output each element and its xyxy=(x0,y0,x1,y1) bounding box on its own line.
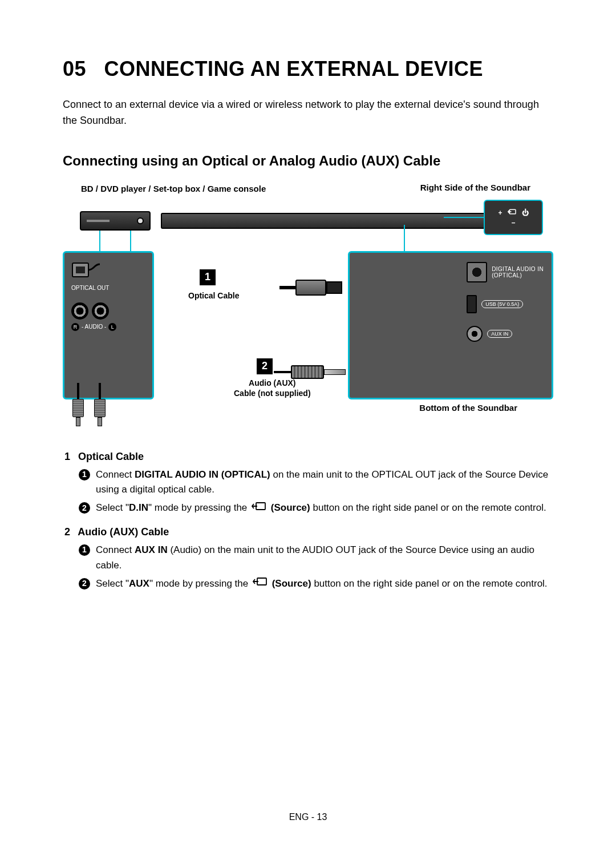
soundbar-icon xyxy=(161,213,536,229)
volume-plus-icon: + xyxy=(498,209,502,217)
usb-label: USB (5V 0.5A) xyxy=(481,300,523,308)
aux-plugs-icon xyxy=(72,383,106,426)
step-text: Connect AUX IN (Audio) on the main unit … xyxy=(96,543,553,573)
right-side-label: Right Side of the Soundbar xyxy=(420,183,530,192)
instruction-heading: 1 Optical Cable xyxy=(63,451,553,463)
instruction-block-2: 2 Audio (AUX) Cable 1 Connect AUX IN (Au… xyxy=(63,526,553,591)
chapter-heading: CONNECTING AN EXTERNAL DEVICE xyxy=(104,57,484,80)
svg-rect-4 xyxy=(257,578,266,585)
step-text: Select "D.IN" mode by pressing the (Sour… xyxy=(96,500,546,516)
audio-ports xyxy=(71,302,145,320)
digital-audio-in-label: DIGITAL AUDIO IN xyxy=(492,266,544,272)
audio-port-icon xyxy=(71,302,88,320)
source-button-icon xyxy=(253,576,268,591)
step-bullet-icon: 1 xyxy=(79,544,90,556)
intro-paragraph: Connect to an external device via a wire… xyxy=(63,97,553,129)
svg-rect-3 xyxy=(256,503,265,510)
device-row xyxy=(80,211,536,231)
leader-line xyxy=(99,231,100,251)
step-item: 2 Select "AUX" mode by pressing the (Sou… xyxy=(79,576,553,592)
volume-minus-icon: – xyxy=(512,219,516,227)
source-button-icon xyxy=(252,501,266,516)
soundbar-bottom-panel: DIGITAL AUDIO IN (OPTICAL) USB (5V 0.5A)… xyxy=(348,251,553,399)
page-footer: ENG - 13 xyxy=(0,812,616,822)
svg-rect-2 xyxy=(76,266,85,273)
chapter-number: 05 xyxy=(63,57,86,80)
digital-audio-in-port-icon xyxy=(467,262,487,282)
step-item: 1 Connect AUX IN (Audio) on the main uni… xyxy=(79,543,553,573)
step-text: Select "AUX" mode by pressing the (Sourc… xyxy=(96,576,548,592)
instruction-block-1: 1 Optical Cable 1 Connect DIGITAL AUDIO … xyxy=(63,451,553,516)
leader-line xyxy=(130,231,131,251)
power-icon: ⏻ xyxy=(522,209,529,217)
connection-diagram: BD / DVD player / Set-top box / Game con… xyxy=(63,183,553,434)
step-bullet-icon: 2 xyxy=(79,578,90,589)
soundbar-side-panel: + ⏻ – xyxy=(484,200,543,235)
optical-cable-label: Optical Cable xyxy=(188,291,239,300)
aux-in-port-icon xyxy=(467,326,483,342)
source-device-panel: OPTICAL OUT R - AUDIO - L xyxy=(63,251,154,399)
step-item: 1 Connect DIGITAL AUDIO IN (OPTICAL) on … xyxy=(79,467,553,498)
optical-out-label: OPTICAL OUT xyxy=(71,285,145,291)
manual-page: 05 CONNECTING AN EXTERNAL DEVICE Connect… xyxy=(0,0,616,844)
audio-port-icon xyxy=(92,302,109,320)
optical-connector-icon xyxy=(71,260,145,282)
audio-rl-label: R - AUDIO - L xyxy=(71,323,145,331)
step-bullet-icon: 1 xyxy=(79,469,90,480)
digital-audio-in-sub: (OPTICAL) xyxy=(492,272,544,278)
optical-cable-icon xyxy=(279,280,342,296)
bd-dvd-player-icon xyxy=(80,211,151,231)
step-bullet-icon: 2 xyxy=(79,502,90,514)
chapter-title: 05 CONNECTING AN EXTERNAL DEVICE xyxy=(63,57,553,81)
step-item: 2 Select "D.IN" mode by pressing the (So… xyxy=(79,500,553,516)
leader-line xyxy=(404,225,405,251)
aux-in-label: AUX IN xyxy=(487,330,512,338)
source-device-label: BD / DVD player / Set-top box / Game con… xyxy=(81,183,266,195)
step-text: Connect DIGITAL AUDIO IN (OPTICAL) on th… xyxy=(96,467,553,498)
leader-line xyxy=(444,217,484,218)
aux-cable-icon xyxy=(274,365,354,379)
bottom-caption: Bottom of the Soundbar xyxy=(419,403,517,413)
callout-marker-2: 2 xyxy=(257,358,273,374)
panels-row: OPTICAL OUT R - AUDIO - L 1 xyxy=(63,251,553,399)
cable-middle-area: 1 Optical Cable 2 Audio (AUX) Cable (not… xyxy=(154,251,348,399)
instruction-heading: 2 Audio (AUX) Cable xyxy=(63,526,553,538)
usb-port-icon xyxy=(467,295,477,313)
aux-cable-label: Audio (AUX) Cable (not supplied) xyxy=(234,378,311,398)
section-title: Connecting using an Optical or Analog Au… xyxy=(63,153,553,169)
source-icon xyxy=(507,208,517,217)
callout-marker-1: 1 xyxy=(200,269,216,285)
